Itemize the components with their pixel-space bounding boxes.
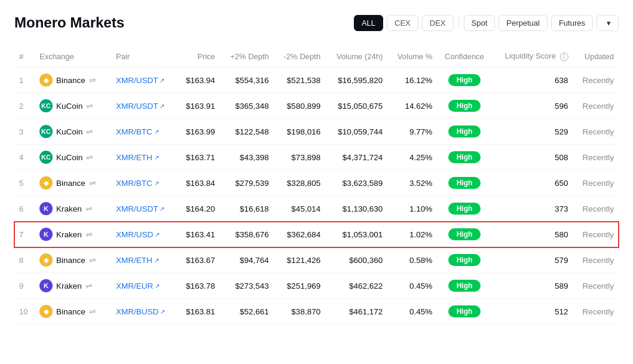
confidence-badge: High — [448, 100, 481, 112]
col-updated: Updated — [573, 45, 619, 68]
exchange-name: Binance — [56, 256, 85, 265]
confidence-badge: High — [448, 177, 481, 189]
confidence-badge: High — [448, 305, 481, 317]
pair-cell: XMR/USDT ↗ — [111, 93, 177, 119]
exchange-logo: ◆ — [39, 305, 53, 318]
volume-cell: $600,360 — [325, 247, 387, 273]
stream-icon[interactable]: ⇌ — [85, 281, 95, 290]
price-cell: $163.81 — [177, 299, 220, 325]
pair-cell: XMR/USDT ↗ — [111, 68, 177, 93]
stream-icon[interactable]: ⇌ — [85, 230, 95, 239]
external-link-icon: ↗ — [154, 180, 159, 186]
col-exchange: Exchange — [35, 45, 111, 68]
volume-cell: $4,371,724 — [325, 145, 387, 170]
pair-cell: XMR/USDT ↗ — [111, 196, 177, 222]
confidence-badge: High — [448, 254, 481, 266]
volume-cell: $462,622 — [325, 273, 387, 299]
exchange-cell: K Kraken ⇌ — [35, 196, 111, 222]
pair-link[interactable]: XMR/USDT ↗ — [116, 102, 172, 111]
exchange-cell: ◆ Binance ⇌ — [35, 247, 111, 273]
stream-icon[interactable]: ⇌ — [89, 255, 99, 265]
exchange-logo: K — [39, 202, 53, 215]
depth-pos-cell: $94,764 — [220, 247, 274, 273]
stream-icon[interactable]: ⇌ — [86, 101, 96, 111]
depth-pos-cell: $554,316 — [220, 68, 274, 93]
table-header-row: # Exchange Pair Price +2% Depth -2% Dept… — [14, 45, 619, 68]
pair-link[interactable]: XMR/BUSD ↗ — [116, 307, 172, 316]
pair-link[interactable]: XMR/ETH ↗ — [116, 256, 172, 265]
filter-dex-button[interactable]: DEX — [422, 15, 454, 31]
exchange-logo: ◆ — [39, 176, 53, 189]
liquidity-cell: 373 — [492, 196, 573, 222]
pair-link[interactable]: XMR/USDT ↗ — [116, 204, 172, 213]
stream-icon[interactable]: ⇌ — [85, 204, 95, 213]
pair-link[interactable]: XMR/USDT ↗ — [116, 76, 172, 85]
price-cell: $163.41 — [177, 222, 220, 247]
chevron-down-icon: ▾ — [607, 19, 611, 27]
depth-neg-cell: $328,805 — [274, 170, 325, 196]
pair-link[interactable]: XMR/EUR ↗ — [116, 282, 172, 290]
liquidity-info-icon[interactable]: i — [560, 53, 568, 61]
col-volume: Volume (24h) — [325, 45, 387, 68]
filter-perpetual-button[interactable]: Perpetual — [499, 15, 548, 31]
volume-pct-cell: 16.12% — [387, 68, 437, 93]
row-number: 8 — [14, 247, 35, 273]
exchange-cell: ◆ Binance ⇌ — [35, 299, 111, 325]
external-link-icon: ↗ — [155, 283, 160, 289]
exchange-cell: ◆ Binance ⇌ — [35, 68, 111, 93]
filter-all-button[interactable]: ALL — [354, 15, 383, 31]
pair-link[interactable]: XMR/BTC ↗ — [116, 127, 172, 136]
price-cell: $163.99 — [177, 119, 220, 145]
exchange-name: Kraken — [56, 230, 82, 239]
liquidity-cell: 596 — [492, 93, 573, 119]
stream-icon[interactable]: ⇌ — [86, 127, 96, 136]
external-link-icon: ↗ — [160, 77, 164, 84]
depth-pos-cell: $122,548 — [220, 119, 274, 145]
pair-cell: XMR/BTC ↗ — [111, 170, 177, 196]
col-confidence: Confidence — [437, 45, 491, 68]
pair-cell: XMR/ETH ↗ — [111, 145, 177, 170]
exchange-name: Binance — [56, 179, 85, 188]
depth-neg-cell: $45,014 — [274, 196, 325, 222]
depth-pos-cell: $358,676 — [220, 222, 274, 247]
pair-link[interactable]: XMR/ETH ↗ — [116, 153, 172, 162]
external-link-icon: ↗ — [160, 206, 164, 212]
volume-cell: $1,130,630 — [325, 196, 387, 222]
filter-futures-button[interactable]: Futures — [551, 15, 593, 31]
stream-icon[interactable]: ⇌ — [89, 178, 99, 188]
stream-icon[interactable]: ⇌ — [89, 307, 99, 316]
depth-neg-cell: $38,870 — [274, 299, 325, 325]
pair-link[interactable]: XMR/BTC ↗ — [116, 179, 172, 188]
updated-cell: Recently — [573, 273, 619, 299]
volume-cell: $1,053,001 — [325, 222, 387, 247]
depth-pos-cell: $16,618 — [220, 196, 274, 222]
table-row: 4 KC KuCoin ⇌ XMR/ETH ↗ $163.71 $43,398 … — [14, 145, 619, 170]
updated-cell: Recently — [573, 119, 619, 145]
confidence-badge: High — [448, 228, 481, 240]
table-row: 10 ◆ Binance ⇌ XMR/BUSD ↗ $163.81 $52,66… — [14, 299, 619, 325]
all-pairs-dropdown[interactable]: ▾ — [597, 15, 619, 31]
table-row: 1 ◆ Binance ⇌ XMR/USDT ↗ $163.94 $554,31… — [14, 68, 619, 93]
price-cell: $163.78 — [177, 273, 220, 299]
confidence-cell: High — [437, 196, 491, 222]
table-row: 8 ◆ Binance ⇌ XMR/ETH ↗ $163.67 $94,764 … — [14, 247, 619, 273]
filter-spot-button[interactable]: Spot — [464, 15, 496, 31]
volume-pct-cell: 0.58% — [387, 247, 437, 273]
row-number: 3 — [14, 119, 35, 145]
col-depth-neg: -2% Depth — [274, 45, 325, 68]
exchange-name: Kraken — [56, 204, 82, 213]
exchange-logo: ◆ — [39, 253, 53, 267]
volume-cell: $16,595,820 — [325, 68, 387, 93]
stream-icon[interactable]: ⇌ — [89, 75, 99, 85]
exchange-cell: KC KuCoin ⇌ — [35, 119, 111, 145]
depth-pos-cell: $279,539 — [220, 170, 274, 196]
col-depth-pos: +2% Depth — [220, 45, 274, 68]
stream-icon[interactable]: ⇌ — [86, 152, 96, 162]
liquidity-cell: 650 — [492, 170, 573, 196]
volume-pct-cell: 1.10% — [387, 196, 437, 222]
exchange-cell: KC KuCoin ⇌ — [35, 93, 111, 119]
pair-link[interactable]: XMR/USD ↗ — [116, 230, 172, 239]
exchange-name: KuCoin — [56, 153, 82, 162]
external-link-icon: ↗ — [154, 154, 159, 161]
filter-cex-button[interactable]: CEX — [387, 15, 418, 31]
